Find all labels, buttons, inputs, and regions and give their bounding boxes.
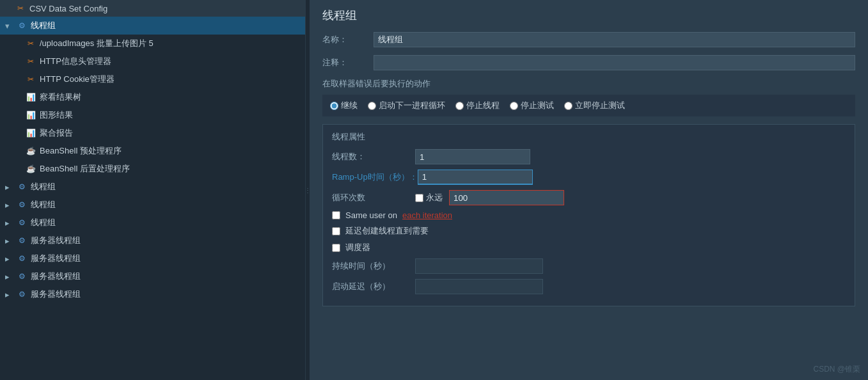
bean-icon: ☕ xyxy=(26,164,36,174)
gear-icon: ⚙ xyxy=(17,235,27,246)
radio-start-next[interactable]: 启动下一进程循环 xyxy=(368,100,445,111)
delay-create-label: 延迟创建线程直到需要 xyxy=(345,225,429,237)
thread-count-input[interactable] xyxy=(415,149,530,164)
arrow-right-icon: ▸ xyxy=(5,218,14,228)
scheduler-row: 调度器 xyxy=(332,242,846,253)
radio-start-next-label: 启动下一进程循环 xyxy=(379,100,445,111)
sidebar-item-thread-group-2[interactable]: ▸ ⚙ 线程组 xyxy=(0,178,305,196)
start-delay-label: 启动延迟（秒） xyxy=(332,281,415,292)
radio-stop-thread[interactable]: 停止线程 xyxy=(455,100,500,111)
sidebar-item-label: CSV Data Set Config xyxy=(29,4,107,13)
loop-forever-label: 永远 xyxy=(426,192,443,203)
gear-icon: ⚙ xyxy=(17,218,27,228)
sidebar-item-label: HTTP Cookie管理器 xyxy=(40,74,114,85)
sidebar-item-thread-group-4[interactable]: ▸ ⚙ 线程组 xyxy=(0,214,305,232)
comment-input[interactable] xyxy=(374,55,855,70)
sidebar-item-beanshell-pre[interactable]: ☕ BeanShell 预处理程序 xyxy=(0,142,305,160)
wrench-icon: ✂ xyxy=(15,3,26,13)
arrow-right-icon: ▸ xyxy=(5,200,14,210)
sidebar: ✂ CSV Data Set Config ▾ ⚙ 线程组 ✂ /uploadI… xyxy=(0,0,306,380)
bean-icon: ☕ xyxy=(26,146,36,156)
radio-stop-now-label: 立即停止测试 xyxy=(575,100,625,111)
arrow-right-icon: ▸ xyxy=(5,182,14,192)
rampup-input[interactable] xyxy=(418,170,533,185)
rampup-label: Ramp-Up时间（秒）： xyxy=(332,171,418,183)
duration-label: 持续时间（秒） xyxy=(332,260,415,272)
thread-props-section: 线程属性 线程数： Ramp-Up时间（秒）： 循环次数 永远 xyxy=(322,124,855,306)
sidebar-item-label: 线程组 xyxy=(31,199,56,210)
sidebar-item-server-thread-3[interactable]: ▸ ⚙ 服务器线程组 xyxy=(0,267,305,285)
scheduler-label: 调度器 xyxy=(345,242,370,253)
sidebar-item-aggregate[interactable]: 📊 聚合报告 xyxy=(0,124,305,142)
thread-count-label: 线程数： xyxy=(332,151,415,162)
delay-create-checkbox[interactable] xyxy=(332,227,340,235)
sidebar-item-http-header[interactable]: ✂ HTTP信息头管理器 xyxy=(0,52,305,70)
duration-row: 持续时间（秒） xyxy=(332,258,846,274)
loop-row: 循环次数 永远 xyxy=(332,190,846,205)
sidebar-item-label: 服务器线程组 xyxy=(31,271,81,282)
chart-icon: 📊 xyxy=(26,92,36,102)
sidebar-item-label: 线程组 xyxy=(31,181,56,193)
same-user-link: each iteration xyxy=(402,210,452,220)
name-input[interactable] xyxy=(374,32,855,47)
action-section: 在取样器错误后要执行的动作 继续 启动下一进程循环 停止线程 停止测试 xyxy=(322,78,855,116)
name-label: 名称： xyxy=(322,34,374,45)
loop-forever-checkbox-input[interactable] xyxy=(415,194,423,202)
radio-stop-test-label: 停止测试 xyxy=(521,100,554,111)
content-panel: 线程组 名称： 注释： 在取样器错误后要执行的动作 继续 启动下一进程循环 xyxy=(310,0,868,380)
panel-title: 线程组 xyxy=(322,8,855,23)
radio-stop-now[interactable]: 立即停止测试 xyxy=(564,100,625,111)
chart-icon: 📊 xyxy=(26,128,36,138)
same-user-checkbox[interactable] xyxy=(332,211,340,219)
gear-icon: ⚙ xyxy=(17,20,27,31)
rampup-row: Ramp-Up时间（秒）： xyxy=(332,170,846,185)
wrench-icon: ✂ xyxy=(26,38,36,49)
gear-icon: ⚙ xyxy=(17,182,27,192)
sidebar-item-csv[interactable]: ✂ CSV Data Set Config xyxy=(0,0,305,17)
arrow-right-icon: ▸ xyxy=(5,236,14,246)
sidebar-item-view-result[interactable]: 📊 察看结果树 xyxy=(0,88,305,106)
same-user-row: Same user on each iteration xyxy=(332,210,846,220)
sidebar-item-label: 图形结果 xyxy=(40,109,73,121)
radio-stop-test[interactable]: 停止测试 xyxy=(510,100,554,111)
radio-group: 继续 启动下一进程循环 停止线程 停止测试 立即停止测试 xyxy=(322,95,855,116)
loop-count-input[interactable] xyxy=(449,190,564,205)
sidebar-item-graph-result[interactable]: 📊 图形结果 xyxy=(0,106,305,124)
sidebar-item-thread-group-active[interactable]: ▾ ⚙ 线程组 xyxy=(0,17,305,35)
sidebar-item-label: BeanShell 后置处理程序 xyxy=(40,163,130,175)
sidebar-item-upload[interactable]: ✂ /uploadImages 批量上传图片 5 xyxy=(0,35,305,52)
sidebar-item-label: 察看结果树 xyxy=(40,91,81,103)
comment-label: 注释： xyxy=(322,57,374,68)
loop-forever-checkbox[interactable]: 永远 xyxy=(415,192,443,203)
sidebar-item-http-cookie[interactable]: ✂ HTTP Cookie管理器 xyxy=(0,70,305,88)
wrench-icon: ✂ xyxy=(26,56,36,67)
arrow-right-icon: ▸ xyxy=(5,272,14,281)
sidebar-item-server-thread-1[interactable]: ▸ ⚙ 服务器线程组 xyxy=(0,232,305,249)
radio-continue-label: 继续 xyxy=(341,100,358,111)
gear-icon: ⚙ xyxy=(17,253,27,264)
radio-continue[interactable]: 继续 xyxy=(330,100,358,111)
sidebar-item-server-thread-2[interactable]: ▸ ⚙ 服务器线程组 xyxy=(0,249,305,267)
start-delay-row: 启动延迟（秒） xyxy=(332,279,846,294)
thread-count-row: 线程数： xyxy=(332,149,846,164)
radio-stop-thread-label: 停止线程 xyxy=(466,100,500,111)
arrow-down-icon: ▾ xyxy=(5,21,14,31)
wrench-icon: ✂ xyxy=(26,74,36,84)
sidebar-item-label: BeanShell 预处理程序 xyxy=(40,145,122,157)
sidebar-item-beanshell-post[interactable]: ☕ BeanShell 后置处理程序 xyxy=(0,160,305,178)
sidebar-item-server-thread-4[interactable]: ▸ ⚙ 服务器线程组 xyxy=(0,285,305,303)
start-delay-input xyxy=(415,279,543,294)
sidebar-item-label: 服务器线程组 xyxy=(31,289,81,300)
sidebar-item-label: 线程组 xyxy=(31,217,56,228)
sidebar-item-thread-group-3[interactable]: ▸ ⚙ 线程组 xyxy=(0,196,305,214)
gear-icon: ⚙ xyxy=(17,200,27,210)
comment-row: 注释： xyxy=(322,55,855,70)
sidebar-item-label: 聚合报告 xyxy=(40,127,73,139)
scheduler-checkbox[interactable] xyxy=(332,244,340,252)
thread-props-label: 线程属性 xyxy=(332,131,846,143)
same-user-prefix: Same user on xyxy=(345,210,397,220)
arrow-right-icon: ▸ xyxy=(5,254,14,264)
chart-icon: 📊 xyxy=(26,110,36,120)
sidebar-item-label: 服务器线程组 xyxy=(31,253,81,264)
watermark: CSDN @锥栗 xyxy=(813,364,860,375)
